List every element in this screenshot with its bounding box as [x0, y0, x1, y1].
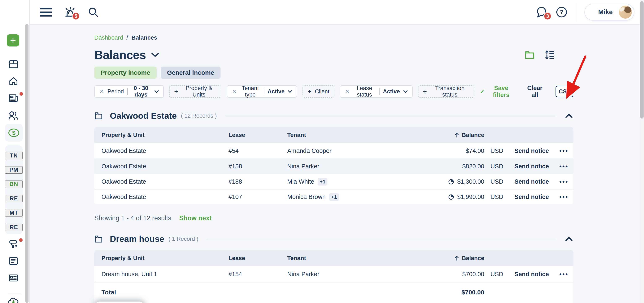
- table-row[interactable]: Oakwood Estate #54 Amanda Cooper $74.00 …: [94, 143, 573, 159]
- col-balance[interactable]: Balance: [426, 132, 484, 138]
- save-filters-button[interactable]: ✓ Save filters: [480, 85, 514, 98]
- plus-icon: +: [10, 35, 16, 46]
- row-menu-button[interactable]: •••: [559, 271, 568, 278]
- filter-chip-lease-status[interactable]: ✕ Lease status Active: [340, 85, 412, 98]
- scrollbar-thumb[interactable]: [640, 1, 644, 118]
- group-by-folder-button[interactable]: [525, 50, 535, 59]
- help-button[interactable]: ?: [556, 6, 567, 18]
- table-row[interactable]: Oakwood Estate #107 Monica Brown +1 $1,9…: [94, 189, 573, 204]
- breadcrumb-current: Balances: [132, 34, 157, 41]
- col-tenant[interactable]: Tenant: [287, 132, 426, 138]
- alarm-button[interactable]: 5: [64, 6, 76, 18]
- filter-chip-add-property[interactable]: + Property & Units: [169, 85, 222, 98]
- people-icon: [8, 111, 19, 120]
- table-header-row: Property & Unit Lease Tenant Balance: [94, 250, 573, 266]
- close-icon[interactable]: ✕: [345, 89, 350, 94]
- folder-icon: [94, 235, 103, 243]
- send-notice-button[interactable]: Send notice: [514, 147, 549, 154]
- filter-chip-tenant-type[interactable]: ✕ Tenant type Active: [227, 85, 297, 98]
- tenant-link[interactable]: Nina Parker: [287, 163, 319, 170]
- check-icon: ✓: [480, 88, 485, 95]
- send-notice-button[interactable]: Send notice: [514, 194, 549, 200]
- section-title: Oakwood Estate: [110, 111, 177, 121]
- collapse-section-button[interactable]: [564, 237, 573, 241]
- show-next-button[interactable]: Show next: [179, 214, 212, 222]
- row-menu-button[interactable]: •••: [559, 163, 568, 170]
- sidebar: +: [0, 0, 30, 303]
- sidebar-item-downloads[interactable]: [0, 297, 27, 303]
- col-balance[interactable]: Balance: [426, 255, 484, 262]
- send-notice-button[interactable]: Send notice: [514, 271, 549, 278]
- sidebar-item-reports[interactable]: [0, 256, 27, 266]
- tab-property-income[interactable]: Property income: [94, 67, 156, 79]
- clear-all-button[interactable]: Clear all: [525, 85, 545, 98]
- sidebar-item-news[interactable]: [0, 93, 27, 103]
- sort-settings-button[interactable]: [545, 50, 554, 60]
- filter-chip-add-transaction-status[interactable]: + Transaction status: [418, 85, 474, 98]
- grid-icon: [8, 59, 18, 69]
- row-menu-button[interactable]: •••: [559, 179, 568, 185]
- col-property[interactable]: Property & Unit: [94, 132, 228, 138]
- workspace-tn[interactable]: TN: [5, 152, 23, 159]
- col-lease[interactable]: Lease: [228, 255, 287, 262]
- col-property[interactable]: Property & Unit: [94, 255, 228, 262]
- section-title: Dream house: [110, 234, 164, 244]
- csv-export-button[interactable]: CSV: [556, 86, 573, 97]
- close-icon[interactable]: ✕: [232, 89, 237, 94]
- table-row[interactable]: Dream house, Unit 1 #154 Nina Parker $70…: [94, 266, 573, 282]
- sidebar-item-money[interactable]: $: [5, 124, 23, 142]
- close-icon[interactable]: ✕: [99, 89, 104, 94]
- sidebar-item-cards[interactable]: [0, 274, 27, 282]
- workspace-pm[interactable]: PM: [5, 166, 23, 174]
- tab-general-income[interactable]: General income: [161, 67, 220, 79]
- sidebar-item-home[interactable]: [0, 76, 27, 86]
- workspace-re2[interactable]: RE: [5, 224, 23, 231]
- title-dropdown-button[interactable]: [151, 52, 159, 57]
- user-menu-button[interactable]: Mike: [584, 4, 634, 20]
- chevron-up-icon: [566, 237, 572, 241]
- add-button[interactable]: +: [7, 34, 19, 46]
- send-notice-button[interactable]: Send notice: [514, 163, 549, 170]
- extra-tenants-badge[interactable]: +1: [318, 178, 328, 186]
- cloud-download-icon: [8, 297, 19, 303]
- sidebar-scrollbar[interactable]: [25, 24, 28, 303]
- workspace-list: TN PM BN RE MT RE: [5, 145, 23, 234]
- hamburger-menu-button[interactable]: [40, 7, 52, 17]
- workspace-mt[interactable]: MT: [5, 209, 23, 217]
- filter-chip-add-client[interactable]: + Client: [302, 85, 334, 98]
- row-menu-button[interactable]: •••: [559, 194, 568, 200]
- tenant-link[interactable]: Nina Parker: [287, 271, 319, 278]
- sidebar-item-contacts[interactable]: [0, 111, 27, 120]
- user-avatar: [619, 6, 632, 19]
- filter-chip-period[interactable]: ✕ Period 0 - 30 days: [94, 85, 164, 98]
- chevron-down-icon: [288, 90, 292, 93]
- total-row: Total $700.00: [94, 282, 573, 303]
- sidebar-item-dashboard[interactable]: [0, 59, 27, 69]
- section-header-oakwood: Oakwood Estate ( 12 Records ): [94, 110, 573, 121]
- table-row[interactable]: Oakwood Estate #188 Mia White +1 $1,300.…: [94, 174, 573, 189]
- sort-arrow-up-icon: [455, 133, 459, 138]
- tenant-link[interactable]: Mia White: [287, 178, 314, 185]
- breadcrumb-dashboard-link[interactable]: Dashboard: [94, 34, 123, 41]
- col-tenant[interactable]: Tenant: [287, 255, 426, 262]
- messages-button[interactable]: 3: [536, 6, 548, 18]
- col-lease[interactable]: Lease: [228, 132, 287, 138]
- row-menu-button[interactable]: •••: [559, 148, 568, 154]
- section-divider-line: [225, 116, 555, 116]
- collapse-section-button[interactable]: [564, 113, 573, 118]
- total-label: Total: [94, 289, 228, 296]
- workspace-re[interactable]: RE: [5, 195, 23, 202]
- sidebar-item-maintenance[interactable]: [0, 240, 27, 248]
- breadcrumb-separator: /: [126, 34, 128, 41]
- search-button[interactable]: [88, 7, 98, 17]
- tenant-link[interactable]: Monica Brown: [287, 194, 326, 200]
- chevron-down-icon: [403, 90, 408, 93]
- table-row[interactable]: Oakwood Estate #158 Nina Parker $820.00 …: [94, 159, 573, 174]
- section-record-count: ( 1 Record ): [168, 236, 198, 242]
- search-icon: [88, 7, 98, 17]
- tenant-link[interactable]: Amanda Cooper: [287, 147, 332, 154]
- send-notice-button[interactable]: Send notice: [514, 178, 549, 185]
- workspace-bn[interactable]: BN: [5, 181, 23, 188]
- extra-tenants-badge[interactable]: +1: [329, 193, 339, 201]
- vertical-scrollbar[interactable]: [640, 0, 644, 303]
